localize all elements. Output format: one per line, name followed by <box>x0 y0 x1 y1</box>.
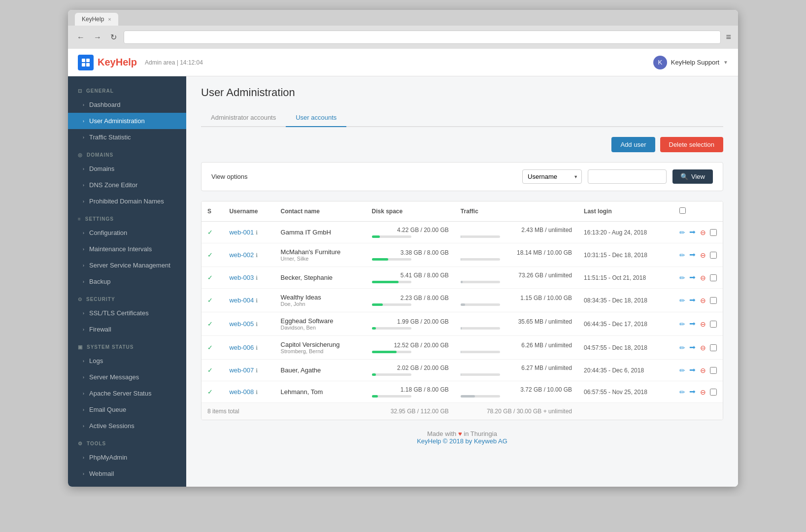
tab-admin-accounts[interactable]: Administrator accounts <box>201 109 286 127</box>
username-link[interactable]: web-008 <box>229 388 254 396</box>
reload-button[interactable]: ↻ <box>108 32 119 43</box>
sidebar-item-active-sessions[interactable]: ›Active Sessions <box>68 418 186 434</box>
login-as-button[interactable]: ⮕ <box>689 366 696 374</box>
username-link[interactable]: web-001 <box>229 229 254 236</box>
row-select-checkbox[interactable] <box>710 367 717 374</box>
user-area[interactable]: K KeyHelp Support ▼ <box>653 56 728 69</box>
last-login-cell: 11:51:15 - Oct 21, 2018 <box>578 267 673 289</box>
footer-copyright-link[interactable]: KeyHelp © 2018 by Keyweb AG <box>417 437 507 445</box>
info-icon[interactable]: ℹ <box>256 275 258 281</box>
login-as-button[interactable]: ⮕ <box>689 297 696 304</box>
username-link[interactable]: web-006 <box>229 344 254 351</box>
arrow-icon: › <box>83 279 84 284</box>
traffic-text: 1.15 GB / 10.00 GB <box>461 295 572 301</box>
sidebar-item-prohibited-domain-names[interactable]: ›Prohibited Domain Names <box>68 193 186 209</box>
login-as-button[interactable]: ⮕ <box>689 344 696 352</box>
info-icon[interactable]: ℹ <box>256 345 258 351</box>
username-link[interactable]: web-004 <box>229 297 254 304</box>
row-select-checkbox[interactable] <box>710 344 717 351</box>
delete-selection-button[interactable]: Delete selection <box>660 137 724 152</box>
disk-space-cell: 2.23 GB / 8.00 GB <box>366 289 455 312</box>
sidebar-item-user-administration[interactable]: ›User Administration <box>68 113 186 129</box>
arrow-icon: › <box>83 231 84 235</box>
sidebar-item-dns-zone-editor[interactable]: ›DNS Zone Editor <box>68 177 186 193</box>
info-icon[interactable]: ℹ <box>256 298 258 303</box>
delete-button[interactable]: ⊖ <box>700 388 706 396</box>
view-options-select[interactable]: UsernameContact nameEmail <box>522 169 582 184</box>
checkmark-icon: ✓ <box>207 320 213 328</box>
edit-button[interactable]: ✏ <box>679 344 685 352</box>
back-button[interactable]: ← <box>75 32 87 43</box>
sidebar-item-label: Apache Server Status <box>89 390 151 397</box>
footer-opts <box>673 403 723 420</box>
username-link[interactable]: web-007 <box>229 366 254 374</box>
sidebar-item-configuration[interactable]: ›Configuration <box>68 225 186 241</box>
delete-button[interactable]: ⊖ <box>700 320 706 328</box>
username-link[interactable]: web-002 <box>229 251 254 259</box>
action-row: Add user Delete selection <box>201 137 723 152</box>
login-as-button[interactable]: ⮕ <box>689 388 696 396</box>
sidebar-item-logs[interactable]: ›Logs <box>68 353 186 369</box>
row-select-checkbox[interactable] <box>710 297 717 304</box>
sidebar-item-phpmyadmin[interactable]: ›PhpMyAdmin <box>68 449 186 466</box>
sidebar-item-dashboard[interactable]: ›Dashboard <box>68 97 186 113</box>
edit-button[interactable]: ✏ <box>679 297 685 304</box>
edit-button[interactable]: ✏ <box>679 388 685 396</box>
sidebar-item-maintenance-intervals[interactable]: ›Maintenance Intervals <box>68 241 186 257</box>
sidebar-item-server-messages[interactable]: ›Server Messages <box>68 369 186 385</box>
col-header-disk-space: Disk space <box>366 201 455 222</box>
info-icon[interactable]: ℹ <box>256 230 258 235</box>
sidebar-item-apache-server-status[interactable]: ›Apache Server Status <box>68 385 186 401</box>
info-icon[interactable]: ℹ <box>256 252 258 258</box>
app-header: KeyHelp Admin area | 14:12:04 K KeyHelp … <box>68 49 738 76</box>
sidebar-item-email-queue[interactable]: ›Email Queue <box>68 401 186 418</box>
add-user-button[interactable]: Add user <box>611 137 655 152</box>
arrow-icon: › <box>83 199 84 204</box>
username-cell: web-001ℹ <box>223 222 274 243</box>
edit-button[interactable]: ✏ <box>679 251 685 259</box>
delete-button[interactable]: ⊖ <box>700 274 706 282</box>
login-as-button[interactable]: ⮕ <box>689 251 696 259</box>
info-icon[interactable]: ℹ <box>256 321 258 327</box>
tab-close-button[interactable]: × <box>108 16 111 22</box>
row-select-checkbox[interactable] <box>710 252 717 259</box>
delete-button[interactable]: ⊖ <box>700 251 706 259</box>
row-select-checkbox[interactable] <box>710 321 717 328</box>
row-select-checkbox[interactable] <box>710 274 717 281</box>
sidebar-item-domains[interactable]: ›Domains <box>68 161 186 177</box>
tab-user-accounts[interactable]: User accounts <box>286 109 346 127</box>
login-as-button[interactable]: ⮕ <box>689 320 696 328</box>
username-link[interactable]: web-003 <box>229 274 254 281</box>
edit-button[interactable]: ✏ <box>679 320 685 328</box>
forward-button[interactable]: → <box>92 32 103 43</box>
address-bar[interactable] <box>124 31 721 44</box>
delete-button[interactable]: ⊖ <box>700 344 706 352</box>
username-link[interactable]: web-005 <box>229 320 254 328</box>
view-button[interactable]: 🔍 View <box>672 169 713 184</box>
footer-login <box>578 403 673 420</box>
sidebar-item-server-service-management[interactable]: ›Server Service Management <box>68 257 186 273</box>
info-icon[interactable]: ℹ <box>256 389 258 395</box>
search-input[interactable] <box>588 169 667 184</box>
delete-button[interactable]: ⊖ <box>700 366 706 374</box>
login-as-button[interactable]: ⮕ <box>689 274 696 282</box>
info-icon[interactable]: ℹ <box>256 367 258 373</box>
login-as-button[interactable]: ⮕ <box>689 229 696 236</box>
edit-button[interactable]: ✏ <box>679 229 685 236</box>
delete-button[interactable]: ⊖ <box>700 297 706 304</box>
sidebar-item-traffic-statistic[interactable]: ›Traffic Statistic <box>68 129 186 145</box>
disk-text: 1.99 GB / 20.00 GB <box>372 318 449 325</box>
delete-button[interactable]: ⊖ <box>700 229 706 236</box>
select-all-checkbox[interactable] <box>679 207 686 214</box>
sidebar-item-backup[interactable]: ›Backup <box>68 273 186 290</box>
sidebar-section-general: ⊡GENERAL <box>68 81 186 97</box>
row-select-checkbox[interactable] <box>710 389 717 396</box>
edit-button[interactable]: ✏ <box>679 274 685 282</box>
traffic-bar <box>461 395 500 398</box>
edit-button[interactable]: ✏ <box>679 366 685 374</box>
row-select-checkbox[interactable] <box>710 229 717 236</box>
sidebar-item-firewall[interactable]: ›Firewall <box>68 321 186 337</box>
browser-menu-button[interactable]: ≡ <box>726 32 731 42</box>
sidebar-item-webmail[interactable]: ›Webmail <box>68 466 186 482</box>
sidebar-item-ssl-tls-certificates[interactable]: ›SSL/TLS Certificates <box>68 305 186 321</box>
